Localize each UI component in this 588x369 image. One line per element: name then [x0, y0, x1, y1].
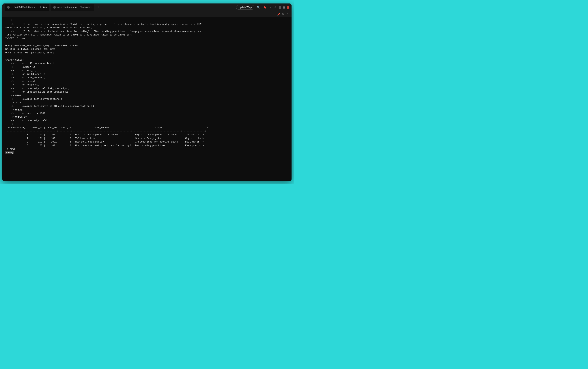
- terminal-text: 7, -> (5, 4, 'How to start a garden?', '…: [5, 19, 289, 151]
- tab-1[interactable]: ..6d489d89c6-85qzv -- trino: [5, 4, 49, 10]
- window-controls: ─ □ ✕: [279, 6, 289, 9]
- end-label: (END): [5, 151, 14, 154]
- update-warp-button[interactable]: Update Warp: [236, 5, 254, 10]
- minimize-button[interactable]: ─: [279, 6, 281, 9]
- toolbar-filter-icon[interactable]: ⚑: [282, 13, 284, 16]
- search-icon[interactable]: 🔍: [256, 5, 261, 10]
- tab-icon-1: [7, 6, 10, 9]
- tab-icon-2: [53, 6, 56, 9]
- tab-2-label: npurton@pop-os: ~/Document: [57, 6, 92, 9]
- maximize-button[interactable]: □: [283, 6, 285, 9]
- toolbar-pin-icon[interactable]: 📌: [277, 13, 280, 16]
- end-indicator: (END): [5, 151, 289, 154]
- terminal-content[interactable]: 7, -> (5, 4, 'How to start a garden?', '…: [2, 17, 291, 181]
- close-button[interactable]: ✕: [287, 6, 289, 9]
- bookmark-icon[interactable]: 🔖: [263, 5, 267, 10]
- terminal-window: ..6d489d89c6-85qzv -- trino npurton@pop-…: [2, 3, 291, 181]
- filter-icon[interactable]: ⚡: [269, 5, 272, 10]
- titlebar: ..6d489d89c6-85qzv -- trino npurton@pop-…: [2, 3, 291, 11]
- toolbar-more-icon[interactable]: ⋮: [286, 13, 289, 16]
- settings-icon[interactable]: ⚙: [274, 5, 277, 10]
- add-tab-button[interactable]: +: [96, 5, 101, 10]
- tab-2[interactable]: npurton@pop-os: ~/Document: [51, 4, 94, 10]
- toolbar-arrow-icon[interactable]: ↑: [273, 13, 275, 16]
- toolbar: ↑ 📌 ⚑ ⋮: [2, 11, 291, 17]
- titlebar-right: Update Warp 🔍 🔖 ⚡ ⚙ ─ □ ✕: [236, 5, 289, 10]
- tabs-area: ..6d489d89c6-85qzv -- trino npurton@pop-…: [5, 4, 236, 10]
- tab-1-label: ..6d489d89c6-85qzv -- trino: [11, 6, 47, 9]
